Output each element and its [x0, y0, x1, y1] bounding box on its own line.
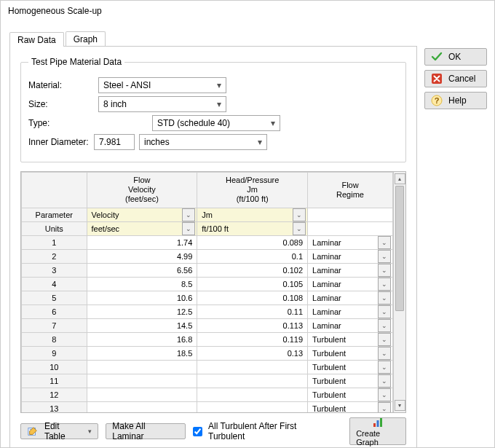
grid-cell-regime[interactable]: Turbulent⌄: [308, 332, 393, 346]
make-all-laminar-button[interactable]: Make All Laminar: [106, 423, 186, 439]
grid-cell-flow[interactable]: 4.99: [87, 249, 197, 263]
grid-cell-flow[interactable]: [87, 360, 197, 374]
grid-rowhdr-units: Units: [22, 221, 87, 235]
grid-units-flow[interactable]: feet/sec⌄: [87, 221, 197, 235]
scroll-down-icon[interactable]: ▾: [395, 400, 405, 411]
grid-cell-head[interactable]: [197, 360, 308, 374]
grid-cell-flow[interactable]: 8.5: [87, 277, 197, 291]
chevron-down-icon[interactable]: ⌄: [293, 208, 306, 221]
grid-cell-flow[interactable]: [87, 388, 197, 401]
grid-cell-head[interactable]: [197, 374, 308, 388]
grid-parameter-head[interactable]: Jm⌄: [197, 208, 308, 221]
create-graph-button[interactable]: Create Graph: [349, 417, 406, 445]
inner-diameter-label: Inner Diameter:: [28, 137, 94, 147]
grid-cell-head[interactable]: 0.108: [197, 291, 308, 304]
grid-cell-flow[interactable]: 1.74: [87, 235, 197, 249]
chevron-down-icon[interactable]: ⌄: [378, 278, 391, 291]
ok-label: OK: [448, 52, 461, 62]
grid-cell-head[interactable]: 0.113: [197, 318, 308, 332]
table-row: 11Turbulent⌄: [22, 374, 393, 388]
grid-cell-flow[interactable]: 10.6: [87, 291, 197, 304]
grid-cell-regime[interactable]: Turbulent⌄: [308, 388, 393, 401]
grid-cell-flow[interactable]: [87, 374, 197, 388]
grid-cell-flow[interactable]: 6.56: [87, 263, 197, 277]
grid-parameter-flow[interactable]: Velocity⌄: [87, 208, 197, 221]
help-button[interactable]: ? Help: [424, 92, 487, 109]
data-grid-table[interactable]: Flow Velocity (feet/sec) Head/Pressure J…: [21, 172, 393, 412]
table-row: 36.560.102Laminar⌄: [22, 263, 393, 277]
chevron-down-icon: ▾: [217, 97, 221, 111]
grid-cell-regime[interactable]: Turbulent⌄: [308, 401, 393, 412]
grid-cell-head[interactable]: 0.102: [197, 263, 308, 277]
chevron-down-icon[interactable]: ⌄: [378, 250, 391, 263]
chevron-down-icon: ▾: [258, 135, 262, 149]
grid-cell-flow[interactable]: 12.5: [87, 304, 197, 318]
chevron-down-icon[interactable]: ⌄: [378, 402, 391, 412]
tab-strip: Raw Data Graph: [9, 30, 417, 47]
grid-cell-regime[interactable]: Laminar⌄: [308, 277, 393, 291]
grid-cell-flow[interactable]: 18.5: [87, 346, 197, 360]
chevron-down-icon[interactable]: ⌄: [378, 374, 391, 388]
svg-rect-6: [380, 418, 382, 427]
tab-graph[interactable]: Graph: [66, 31, 106, 46]
chevron-down-icon[interactable]: ⌄: [378, 361, 391, 374]
tab-raw-data[interactable]: Raw Data: [9, 32, 64, 47]
grid-cell-regime[interactable]: Turbulent⌄: [308, 360, 393, 374]
grid-cell-regime[interactable]: Laminar⌄: [308, 304, 393, 318]
grid-scrollbar[interactable]: ▴ ▾: [393, 172, 405, 412]
chevron-down-icon[interactable]: ⌄: [378, 388, 391, 401]
grid-cell-regime[interactable]: Laminar⌄: [308, 263, 393, 277]
grid-cell-head[interactable]: 0.11: [197, 304, 308, 318]
chevron-down-icon[interactable]: ⌄: [182, 222, 195, 235]
grid-row-index: 8: [22, 332, 87, 346]
grid-cell-head[interactable]: 0.089: [197, 235, 308, 249]
chevron-down-icon[interactable]: ⌄: [378, 236, 391, 249]
grid-cell-head[interactable]: 0.13: [197, 346, 308, 360]
grid-units-head[interactable]: ft/100 ft⌄: [197, 221, 308, 235]
chevron-down-icon[interactable]: ⌄: [378, 305, 391, 318]
chevron-down-icon[interactable]: ⌄: [378, 264, 391, 277]
grid-cell-regime[interactable]: Laminar⌄: [308, 318, 393, 332]
grid-cell-regime[interactable]: Turbulent⌄: [308, 374, 393, 388]
grid-cell-flow[interactable]: 16.8: [87, 332, 197, 346]
grid-cell-head[interactable]: 0.105: [197, 277, 308, 291]
grid-parameter-regime: [308, 208, 393, 221]
type-select[interactable]: STD (schedule 40) ▾: [152, 115, 280, 131]
grid-cell-head[interactable]: [197, 401, 308, 412]
dialog-content: Raw Data Graph Test Pipe Material Data M…: [9, 30, 417, 448]
edit-table-button[interactable]: Edit Table ▾: [20, 423, 98, 439]
inner-diameter-units-value: inches: [144, 135, 170, 149]
grid-cell-regime[interactable]: Laminar⌄: [308, 249, 393, 263]
material-select[interactable]: Steel - ANSI ▾: [98, 77, 226, 93]
grid-cell-regime[interactable]: Laminar⌄: [308, 235, 393, 249]
grid-cell-head[interactable]: 0.1: [197, 249, 308, 263]
material-label: Material:: [28, 80, 98, 90]
chevron-down-icon[interactable]: ⌄: [378, 347, 391, 360]
chevron-down-icon[interactable]: ⌄: [378, 333, 391, 346]
cancel-button[interactable]: Cancel: [424, 70, 487, 87]
grid-cell-head[interactable]: [197, 388, 308, 401]
group-legend: Test Pipe Material Data: [28, 57, 124, 67]
scroll-up-icon[interactable]: ▴: [395, 173, 405, 184]
chevron-down-icon[interactable]: ⌄: [378, 291, 391, 304]
chevron-down-icon[interactable]: ⌄: [182, 208, 195, 221]
all-turbulent-checkbox[interactable]: All Turbulent After First Turbulent: [193, 421, 335, 441]
menu-caret-icon: ▾: [88, 428, 92, 435]
chevron-down-icon[interactable]: ⌄: [293, 222, 306, 235]
inner-diameter-input[interactable]: [94, 134, 135, 150]
grid-cell-flow[interactable]: [87, 401, 197, 412]
inner-diameter-units-select[interactable]: inches ▾: [139, 134, 267, 150]
scroll-thumb[interactable]: [395, 186, 404, 311]
all-turbulent-checkbox-input[interactable]: [193, 427, 202, 436]
grid-cell-regime[interactable]: Turbulent⌄: [308, 346, 393, 360]
size-select[interactable]: 8 inch ▾: [98, 96, 226, 112]
grid-cell-head[interactable]: 0.119: [197, 332, 308, 346]
ok-button[interactable]: OK: [424, 48, 487, 66]
grid-cell-regime[interactable]: Laminar⌄: [308, 291, 393, 304]
grid-cell-flow[interactable]: 14.5: [87, 318, 197, 332]
chevron-down-icon[interactable]: ⌄: [378, 319, 391, 332]
help-label: Help: [448, 95, 467, 106]
grid-row-index: 4: [22, 277, 87, 291]
scroll-track[interactable]: [394, 184, 405, 400]
table-row: 12Turbulent⌄: [22, 388, 393, 401]
